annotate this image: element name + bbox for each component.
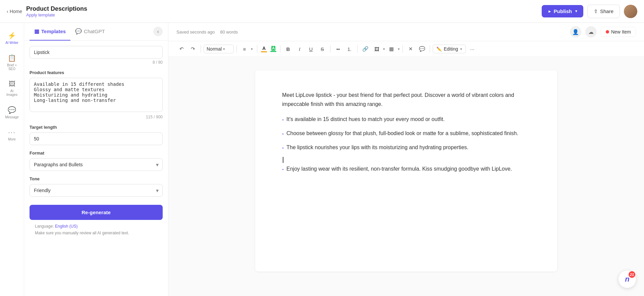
product-features-input[interactable]: Available in 15 different shades Glossy … [30,78,163,112]
editor-topbar: Saved seconds ago 80 words 👤 ☁ New Item [168,23,644,41]
panel-tabs: ▦ Templates 💬 ChatGPT ‹ [24,23,168,41]
highlight-button[interactable]: A [269,46,277,52]
italic-button[interactable]: I [294,44,305,54]
sidebar-item-ai-writer[interactable]: ⚡ AI Writer [2,28,22,48]
sidebar-item-more[interactable]: ··· More [2,125,22,144]
underline-button[interactable]: U [306,44,316,54]
undo-button[interactable]: ↶ [176,44,186,54]
clear-format-button[interactable]: ✕ [406,44,416,54]
toolbar-divider-7 [402,45,403,53]
cloud-icon-btn[interactable]: ☁ [585,26,597,38]
target-length-input[interactable] [30,132,163,145]
toolbar-divider-6 [357,45,358,53]
format-select[interactable]: Paragraphs and Bullets Paragraphs only B… [30,158,163,171]
chatgpt-tab-icon: 💬 [75,28,82,35]
tone-label: Tone [30,176,163,181]
bullet-marker-2: · [282,129,284,139]
editor-bullet-1: · It's available in 15 distinct hues to … [282,115,530,125]
editor-bullet-3: · The lipstick nourishes your lips with … [282,143,530,154]
panel-collapse-button[interactable]: ‹ [153,27,163,36]
editing-arrow: ▾ [460,47,462,51]
sidebar-item-label: AI Images [5,89,19,97]
share-button[interactable]: ⇧ Share [587,5,620,18]
bullet-marker-4: · [282,165,284,175]
play-icon: ► [548,9,552,14]
sidebar-item-label: AI Writer [5,41,18,45]
style-select[interactable]: Normal ▾ [204,45,234,53]
language-link[interactable]: English (US) [55,224,77,229]
avatar[interactable] [624,5,637,18]
toolbar-divider-2 [236,45,237,53]
page-title: Product Descriptions [26,5,87,12]
pencil-icon: ✏️ [436,47,442,52]
back-label: Home [10,9,22,14]
more-icon: ··· [8,128,16,136]
apply-template-link[interactable]: Apply template [26,12,87,17]
link-button[interactable]: 🔗 [360,44,370,54]
brief-icon: 📋 [8,54,16,62]
bullet-text-3[interactable]: The lipstick nourishes your lips with it… [286,143,468,152]
sidebar-item-brief-seo[interactable]: 📋 Brief + SEO [2,51,22,74]
sidebar-item-label: Message [5,115,19,119]
editor-paragraph[interactable]: Meet LipLove lipstick - your best friend… [282,91,530,109]
image-arrow: ▾ [383,47,385,51]
strikethrough-button[interactable]: S [317,44,327,54]
notification-badge[interactable]: n 21 [619,271,636,288]
main-layout: ⚡ AI Writer 📋 Brief + SEO 🖼 AI Images 💬 … [0,23,644,296]
panel-footer: Language: English (US) Make sure you man… [30,220,163,238]
editor-status: Saved seconds ago 80 words [176,29,238,35]
comment-button[interactable]: 💬 [417,44,427,54]
back-button[interactable]: ‹ Home [7,9,22,14]
align-button[interactable]: ≡ [239,44,250,54]
toolbar-divider-3 [257,45,257,53]
editor-document[interactable]: Meet LipLove lipstick - your best friend… [255,70,557,272]
new-item-button[interactable]: New Item [601,27,636,37]
editing-mode-select[interactable]: ✏️ Editing ▾ [433,45,466,53]
product-name-input[interactable] [30,46,163,59]
editor-actions: 👤 ☁ New Item [570,26,636,38]
panel: ▦ Templates 💬 ChatGPT ‹ 8 / 80 Product f… [24,23,168,296]
target-length-label: Target length [30,125,163,130]
bullet-marker-1: · [282,115,284,125]
regenerate-button[interactable]: Re-generate [30,205,163,220]
toolbar-divider-4 [280,45,280,53]
publish-button[interactable]: ► Publish ▾ [542,5,583,17]
cloud-icon: ☁ [588,29,594,35]
redo-button[interactable]: ↷ [188,44,198,54]
text-color-button[interactable]: A [260,46,268,52]
cursor-line-row [282,157,530,163]
highlight-bar [270,51,276,52]
new-item-label: New Item [611,29,631,35]
more-options-button[interactable]: ··· [467,44,477,54]
image-button[interactable]: 🖼 [372,44,382,54]
sidebar-item-label: Brief + SEO [5,63,19,71]
share-icon: ⇧ [594,8,598,14]
editor-toolbar: ↶ ↷ Normal ▾ ≡ ▾ A A B I U S [168,41,644,57]
bullet-text-4[interactable]: Enjoy lasting wear with its resilient, n… [286,164,512,173]
highlight-icon: A [271,46,276,51]
toolbar-divider-8 [430,45,430,53]
user-icon-btn[interactable]: 👤 [570,26,581,38]
bullet-text-1[interactable]: It's available in 15 distinct hues to ma… [286,115,445,124]
share-label: Share [600,8,613,14]
topbar-left: ‹ Home Product Descriptions Apply templa… [7,5,87,17]
editor-bullet-4: · Enjoy lasting wear with its resilient,… [282,164,530,175]
editor-content[interactable]: Meet LipLove lipstick - your best friend… [168,57,644,296]
tone-select[interactable]: Friendly Professional Casual Formal [30,184,163,197]
align-arrow: ▾ [251,47,253,51]
sidebar-item-ai-images[interactable]: 🖼 AI Images [2,77,22,100]
numbered-list-button[interactable]: 1. [344,44,355,54]
tab-chatgpt[interactable]: 💬 ChatGPT [70,23,110,41]
bullet-list-button[interactable]: •• [333,44,343,54]
editing-label: Editing [444,46,458,52]
tab-templates[interactable]: ▦ Templates [30,23,70,41]
text-color-bar [261,51,267,52]
text-cursor [283,157,283,163]
bolt-icon: ⚡ [8,32,16,40]
table-button[interactable]: ▦ [386,44,396,54]
bold-button[interactable]: B [283,44,293,54]
bullet-text-2[interactable]: Choose between glossy for that plush, fu… [286,129,518,138]
format-select-wrapper: Paragraphs and Bullets Paragraphs only B… [30,158,163,171]
publish-label: Publish [554,8,572,14]
sidebar-item-message[interactable]: 💬 Message [2,103,22,122]
